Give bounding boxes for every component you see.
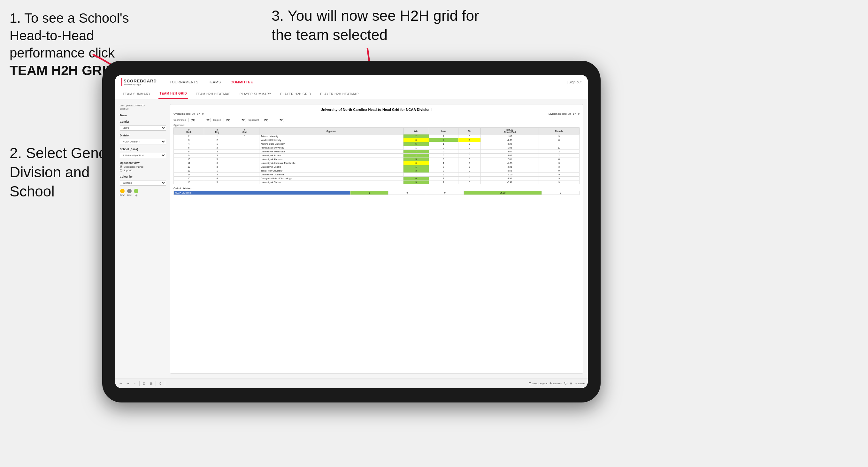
cell-rounds: 8 <box>539 138 579 142</box>
cell-win: 1 <box>403 146 429 150</box>
cell-diff: 9.00 <box>481 154 539 157</box>
sub-nav-player-h2h-grid[interactable]: PLAYER H2H GRID <box>279 89 312 99</box>
region-label: Region <box>213 119 221 121</box>
cell-conf <box>230 154 259 157</box>
tablet-screen: SCOREBOARD Powered by clippi TOURNAMENTS… <box>115 75 588 388</box>
cell-opponent: University of Arkansas, Fayetteville <box>259 161 403 165</box>
colour-section: Colour by Win/loss <box>120 175 166 186</box>
table-row: 10 5 University of Alabama 3 0 0 2.61 8 <box>174 157 580 161</box>
cell-conf <box>230 146 259 150</box>
sign-out[interactable]: | Sign out <box>567 80 582 84</box>
table-row: 3 2 Vanderbilt University 0 4 0 -2.29 8 <box>174 138 580 142</box>
region-select[interactable]: (All) <box>224 118 246 122</box>
cell-tie: 0 <box>459 134 481 138</box>
cell-diff: 4.50 <box>481 177 539 181</box>
legend-up: Up <box>134 189 138 196</box>
legend-down-dot <box>120 189 125 193</box>
cell-loss: 0 <box>429 165 459 169</box>
nav-teams[interactable]: TEAMS <box>208 80 221 84</box>
sub-nav-player-summary[interactable]: PLAYER SUMMARY <box>238 89 273 99</box>
cell-rounds <box>539 142 579 146</box>
sub-nav-player-h2h-heatmap[interactable]: PLAYER H2H HEATMAP <box>319 89 360 99</box>
grid-title: University of North Carolina Head-to-Hea… <box>174 107 580 112</box>
colour-label: Colour by <box>120 175 166 178</box>
watch-button[interactable]: 👁 Watch ▾ <box>550 382 562 385</box>
cell-reg: 2 <box>204 150 230 154</box>
cell-loss: 0 <box>429 150 459 154</box>
cell-win: 1 <box>403 173 429 177</box>
crop-button[interactable]: ⊡ <box>142 381 147 386</box>
cell-loss: 1 <box>429 161 459 165</box>
cell-rank: 16 <box>174 181 204 184</box>
cell-diff: 5.56 <box>481 169 539 173</box>
school-select[interactable]: 1. University of Nort... <box>120 153 166 158</box>
cell-rank: 13 <box>174 169 204 173</box>
logo-text: SCOREBOARD <box>124 79 157 83</box>
present-button[interactable]: ⊞ <box>570 382 572 385</box>
table-row: 11 6 University of Arkansas, Fayettevill… <box>174 161 580 165</box>
table-row: 16 3 University of Florida 3 1 0 -6.42 9 <box>174 181 580 184</box>
cell-rounds: 2 <box>539 154 579 157</box>
table-row: 13 1 Texas Tech University 3 0 0 5.56 9 <box>174 169 580 173</box>
col-loss: Loss <box>429 128 459 134</box>
cell-diff: 2.61 <box>481 157 539 161</box>
cell-rounds: 9 <box>539 177 579 181</box>
cell-tie: 0 <box>459 169 481 173</box>
data-table: #Rank #Reg #Conf Opponent Win Loss Tie D… <box>174 127 580 184</box>
cell-opponent: Vanderbilt University <box>259 138 403 142</box>
nav-tournaments[interactable]: TOURNAMENTS <box>169 80 198 84</box>
cell-rounds: 9 <box>539 181 579 184</box>
gender-select[interactable]: Men's <box>120 125 166 131</box>
redo-button[interactable]: ↪ <box>125 381 130 386</box>
comment-button[interactable]: 💬 <box>564 382 567 385</box>
cell-tie: 0 <box>459 157 481 161</box>
radio-top100[interactable]: Top 100 <box>120 169 166 172</box>
sub-nav-team-h2h-heatmap[interactable]: TEAM H2H HEATMAP <box>194 89 232 99</box>
share-button[interactable]: ↗ Share <box>575 382 585 385</box>
cell-win: 6 <box>403 177 429 181</box>
cell-win: 3 <box>403 181 429 184</box>
clock-button[interactable]: ⏱ <box>158 381 163 386</box>
division-select[interactable]: NCAA Division I <box>120 139 166 145</box>
conference-select[interactable]: (All) <box>188 118 211 122</box>
out-div-tie: 0 <box>426 191 464 195</box>
table-row: 6 2 Florida State University 1 2 0 1.83 … <box>174 146 580 150</box>
undo-button[interactable]: ↩ <box>118 381 123 386</box>
cell-conf <box>230 150 259 154</box>
col-rounds: Rounds <box>539 128 579 134</box>
legend-up-dot <box>134 189 138 193</box>
cell-loss: 2 <box>429 173 459 177</box>
filter-row: Conference (All) Region (All) Opponent (… <box>174 118 580 122</box>
overall-record: Overall Record: 89 - 17 - 0 <box>174 113 204 115</box>
cell-win: 1 <box>403 150 429 154</box>
table-row: 4 1 Arizona State University 5 1 0 2.29 <box>174 142 580 146</box>
cell-win: 0 <box>403 138 429 142</box>
colour-select[interactable]: Win/loss <box>120 180 166 186</box>
cell-loss: 1 <box>429 181 459 184</box>
cell-win: 3 <box>403 157 429 161</box>
opponent-select[interactable]: (All) <box>261 118 284 122</box>
cell-loss: 0 <box>429 154 459 157</box>
sub-nav-team-summary[interactable]: TEAM SUMMARY <box>121 89 152 99</box>
col-conf: #Conf <box>230 128 259 134</box>
gender-label: Gender <box>120 120 166 123</box>
logo-sub: Powered by clippi <box>124 83 157 86</box>
add-button[interactable]: ⊞ <box>149 381 154 386</box>
cell-rank: 8 <box>174 150 204 154</box>
nav-committee[interactable]: COMMITTEE <box>231 80 253 84</box>
cell-diff: -2.29 <box>481 138 539 142</box>
opponents-label: Opponents: <box>174 124 580 126</box>
table-row: 15 4 Georgia Institute of Technology 6 1… <box>174 177 580 181</box>
school-section: School (Rank) 1. University of Nort... <box>120 148 166 158</box>
team-section: Team <box>120 114 166 117</box>
cell-conf <box>230 161 259 165</box>
opponent-label: Opponent <box>249 119 259 121</box>
gender-section: Gender Men's <box>120 120 166 131</box>
radio-opponents-played[interactable]: Opponents Played <box>120 165 166 168</box>
back-button[interactable]: ← <box>132 381 137 386</box>
cell-rank: 9 <box>174 154 204 157</box>
cell-opponent: Texas Tech University <box>259 169 403 173</box>
cell-conf <box>230 138 259 142</box>
col-reg: #Reg <box>204 128 230 134</box>
sub-nav-team-h2h-grid[interactable]: TEAM H2H GRID <box>158 89 188 99</box>
